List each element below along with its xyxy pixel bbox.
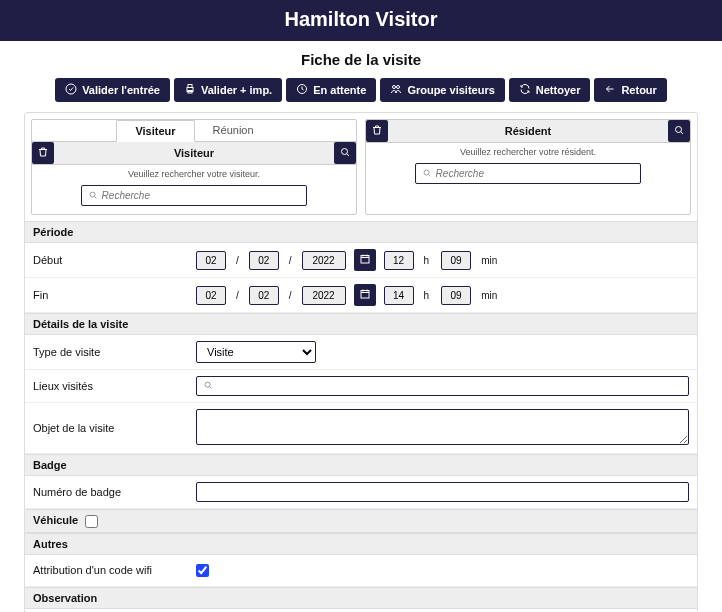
hour-unit: h [422,290,434,301]
label-places: Lieux visités [33,380,188,392]
object-textarea[interactable] [196,409,689,445]
arrow-left-icon [604,83,616,97]
trash-icon [371,124,383,139]
visitor-search-box[interactable] [81,185,308,206]
group-label: Groupe visiteurs [407,84,494,96]
svg-point-9 [676,126,682,132]
search-icon [203,380,213,392]
calendar-icon [359,253,371,268]
clean-label: Nettoyer [536,84,581,96]
back-label: Retour [621,84,656,96]
resident-search-button[interactable] [668,120,690,142]
svg-point-13 [205,382,210,387]
refresh-icon [519,83,531,97]
svg-point-6 [397,86,400,89]
trash-icon [37,146,49,161]
end-day-input[interactable] [196,286,226,305]
back-button[interactable]: Retour [594,78,666,102]
label-wifi: Attribution d'un code wifi [33,564,188,576]
on-hold-label: En attente [313,84,366,96]
search-icon [673,124,685,139]
section-details: Détails de la visite [25,313,697,335]
wifi-checkbox[interactable] [196,564,209,577]
start-year-input[interactable] [302,251,346,270]
visitor-hint: Veuillez rechercher votre visiteur. [32,165,356,181]
section-vehicle: Véhicule [25,509,697,533]
section-period: Période [25,221,697,243]
min-unit: min [479,290,501,301]
visitor-header: Visiteur [54,143,334,163]
end-min-input[interactable] [441,286,471,305]
group-visitors-button[interactable]: Groupe visiteurs [380,78,504,102]
svg-rect-12 [361,290,369,298]
visitor-search-button[interactable] [334,142,356,164]
visit-type-select[interactable]: Visite [196,341,316,363]
date-sep: / [287,290,294,301]
main-panel: Visiteur Réunion Visiteur Veuillez reche… [24,112,698,612]
label-start: Début [33,254,188,266]
validate-label: Valider l'entrée [82,84,160,96]
search-icon [339,146,351,161]
start-hour-input[interactable] [384,251,414,270]
search-icon [422,168,432,180]
page-title: Fiche de la visite [0,41,722,74]
tab-visitor[interactable]: Visiteur [116,120,194,142]
places-search-box[interactable] [196,376,689,396]
clean-button[interactable]: Nettoyer [509,78,591,102]
start-min-input[interactable] [441,251,471,270]
date-sep: / [234,290,241,301]
app-title: Hamilton Visitor [285,8,438,30]
svg-point-0 [66,84,76,94]
validate-button[interactable]: Valider l'entrée [55,78,170,102]
validate-print-label: Valider + imp. [201,84,272,96]
date-sep: / [234,255,241,266]
visitor-card: Visiteur Réunion Visiteur Veuillez reche… [31,119,357,215]
calendar-icon [359,288,371,303]
resident-hint: Veuillez rechercher votre résident. [366,143,690,159]
search-icon [88,190,98,202]
svg-point-5 [393,86,396,89]
row-end: Fin / / h min [25,278,697,313]
min-unit: min [479,255,501,266]
group-icon [390,83,402,97]
start-calendar-button[interactable] [354,249,376,271]
svg-point-8 [90,192,95,197]
label-object: Objet de la visite [33,422,188,434]
resident-card: Résident Veuillez rechercher votre résid… [365,119,691,215]
label-end: Fin [33,289,188,301]
date-sep: / [287,255,294,266]
clock-icon [296,83,308,97]
app-banner: Hamilton Visitor [0,0,722,41]
svg-point-10 [424,170,429,175]
row-start: Début / / h min [25,243,697,278]
validate-print-button[interactable]: Valider + imp. [174,78,282,102]
svg-point-7 [342,148,348,154]
visitor-delete-button[interactable] [32,142,54,164]
resident-search-input[interactable] [432,166,635,181]
section-other: Autres [25,533,697,555]
on-hold-button[interactable]: En attente [286,78,376,102]
check-icon [65,83,77,97]
start-day-input[interactable] [196,251,226,270]
end-hour-input[interactable] [384,286,414,305]
visitor-search-input[interactable] [98,188,301,203]
label-badge-num: Numéro de badge [33,486,188,498]
section-badge: Badge [25,454,697,476]
tab-meeting[interactable]: Réunion [195,120,272,141]
badge-number-input[interactable] [196,482,689,502]
places-input[interactable] [217,380,682,392]
vehicle-checkbox[interactable] [85,515,98,528]
end-calendar-button[interactable] [354,284,376,306]
section-observation: Observation [25,587,697,609]
printer-icon [184,83,196,97]
label-visit-type: Type de visite [33,346,188,358]
end-year-input[interactable] [302,286,346,305]
vehicle-label: Véhicule [33,514,78,526]
start-month-input[interactable] [249,251,279,270]
svg-rect-11 [361,255,369,263]
resident-delete-button[interactable] [366,120,388,142]
end-month-input[interactable] [249,286,279,305]
top-toolbar: Valider l'entrée Valider + imp. En atten… [0,74,722,112]
resident-search-box[interactable] [415,163,642,184]
hour-unit: h [422,255,434,266]
